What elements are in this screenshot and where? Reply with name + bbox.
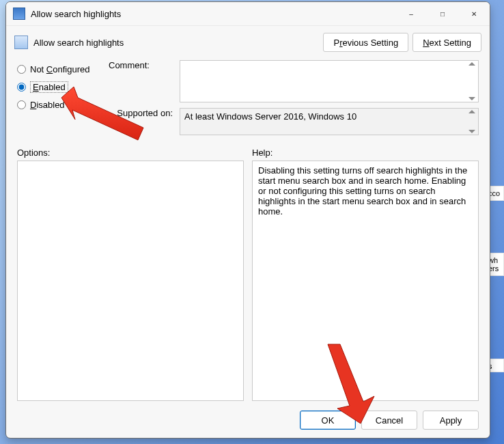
policy-title: Allow search highlights xyxy=(33,38,124,48)
radio-disabled-input[interactable] xyxy=(17,100,26,109)
scroll-up-icon xyxy=(468,110,475,113)
maximize-button[interactable]: □ xyxy=(427,2,458,25)
settings-top-grid: Not Configured Enabled Disabled Comment:… xyxy=(6,56,490,141)
help-box: Disabling this setting turns off search … xyxy=(252,161,479,401)
window-title: Allow search highlights xyxy=(31,9,121,19)
supported-on-text: At least Windows Server 2016, Windows 10 xyxy=(180,108,479,135)
state-radio-group: Not Configured Enabled Disabled xyxy=(17,60,106,115)
scroll-up-icon xyxy=(468,62,475,66)
policy-icon xyxy=(14,36,28,49)
policy-window-icon xyxy=(13,8,25,20)
comment-scroll-icon xyxy=(467,62,477,100)
supported-scroll-icon xyxy=(467,110,477,133)
next-setting-button[interactable]: Next Setting xyxy=(412,33,481,52)
scroll-down-icon xyxy=(468,97,475,100)
radio-disabled[interactable]: Disabled xyxy=(17,97,106,112)
minimize-button[interactable]: – xyxy=(395,2,427,25)
previous-setting-button[interactable]: Previous Setting xyxy=(323,33,408,52)
supported-on-value: At least Windows Server 2016, Windows 10 xyxy=(184,111,356,122)
scroll-down-icon xyxy=(468,130,475,133)
radio-enabled-label: Enabled xyxy=(30,81,68,93)
radio-enabled-input[interactable] xyxy=(17,83,26,92)
comment-label: Comment: xyxy=(109,60,177,70)
comment-textbox[interactable] xyxy=(180,60,479,102)
lower-panel: Options: Help: Disabling this setting tu… xyxy=(6,141,490,438)
dialog-buttons: OK Cancel Apply xyxy=(17,404,479,430)
help-label: Help: xyxy=(252,148,479,158)
options-label: Options: xyxy=(17,148,244,158)
close-button[interactable]: ✕ xyxy=(458,2,490,25)
header-row: Allow search highlights Previous Setting… xyxy=(6,26,490,56)
cancel-button[interactable]: Cancel xyxy=(361,411,417,430)
nav-btn-accel: N xyxy=(423,38,429,48)
nav-btn-post: ext Setting xyxy=(430,38,471,48)
nav-btn-post: evious Setting xyxy=(343,38,399,48)
nav-btn-pre: P xyxy=(333,38,339,48)
supported-on-label: Supported on: xyxy=(109,108,177,118)
radio-not-configured-label: Not Configured xyxy=(30,64,89,74)
radio-not-configured-input[interactable] xyxy=(17,65,26,74)
radio-not-configured[interactable]: Not Configured xyxy=(17,61,106,77)
apply-button[interactable]: Apply xyxy=(423,411,479,430)
help-text: Disabling this setting turns off search … xyxy=(258,165,467,217)
ok-button[interactable]: OK xyxy=(300,411,356,430)
radio-disabled-label: Disabled xyxy=(30,100,65,110)
titlebar[interactable]: Allow search highlights – □ ✕ xyxy=(6,2,490,26)
options-box[interactable] xyxy=(17,161,244,401)
radio-enabled[interactable]: Enabled xyxy=(17,79,106,94)
group-policy-setting-window: Allow search highlights – □ ✕ Allow sear… xyxy=(5,1,490,439)
